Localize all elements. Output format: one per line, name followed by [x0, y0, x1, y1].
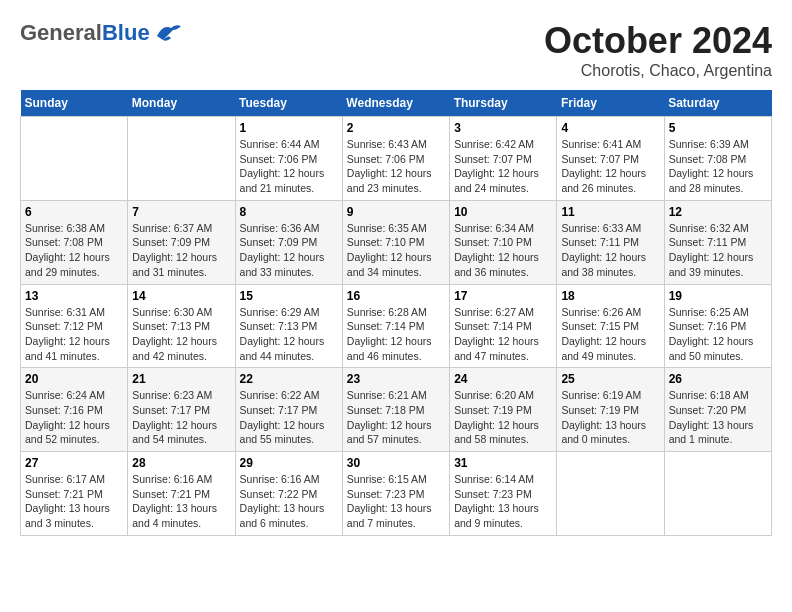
day-details: Sunrise: 6:37 AMSunset: 7:09 PMDaylight:…	[132, 221, 230, 280]
day-number: 16	[347, 289, 445, 303]
day-number: 22	[240, 372, 338, 386]
day-details: Sunrise: 6:38 AMSunset: 7:08 PMDaylight:…	[25, 221, 123, 280]
day-details: Sunrise: 6:30 AMSunset: 7:13 PMDaylight:…	[132, 305, 230, 364]
day-number: 30	[347, 456, 445, 470]
day-details: Sunrise: 6:44 AMSunset: 7:06 PMDaylight:…	[240, 137, 338, 196]
weekday-header: Friday	[557, 90, 664, 117]
day-number: 8	[240, 205, 338, 219]
day-details: Sunrise: 6:16 AMSunset: 7:22 PMDaylight:…	[240, 472, 338, 531]
calendar-cell: 9Sunrise: 6:35 AMSunset: 7:10 PMDaylight…	[342, 200, 449, 284]
calendar-cell	[664, 452, 771, 536]
day-details: Sunrise: 6:31 AMSunset: 7:12 PMDaylight:…	[25, 305, 123, 364]
day-details: Sunrise: 6:27 AMSunset: 7:14 PMDaylight:…	[454, 305, 552, 364]
calendar-cell: 27Sunrise: 6:17 AMSunset: 7:21 PMDayligh…	[21, 452, 128, 536]
calendar-cell: 6Sunrise: 6:38 AMSunset: 7:08 PMDaylight…	[21, 200, 128, 284]
calendar-cell: 24Sunrise: 6:20 AMSunset: 7:19 PMDayligh…	[450, 368, 557, 452]
calendar-cell: 22Sunrise: 6:22 AMSunset: 7:17 PMDayligh…	[235, 368, 342, 452]
calendar-cell: 31Sunrise: 6:14 AMSunset: 7:23 PMDayligh…	[450, 452, 557, 536]
calendar-table: SundayMondayTuesdayWednesdayThursdayFrid…	[20, 90, 772, 536]
calendar-cell: 15Sunrise: 6:29 AMSunset: 7:13 PMDayligh…	[235, 284, 342, 368]
day-number: 26	[669, 372, 767, 386]
page-header: General Blue October 2024 Chorotis, Chac…	[20, 20, 772, 80]
day-number: 23	[347, 372, 445, 386]
calendar-cell: 20Sunrise: 6:24 AMSunset: 7:16 PMDayligh…	[21, 368, 128, 452]
day-details: Sunrise: 6:39 AMSunset: 7:08 PMDaylight:…	[669, 137, 767, 196]
calendar-cell: 3Sunrise: 6:42 AMSunset: 7:07 PMDaylight…	[450, 117, 557, 201]
calendar-cell: 19Sunrise: 6:25 AMSunset: 7:16 PMDayligh…	[664, 284, 771, 368]
calendar-week-row: 13Sunrise: 6:31 AMSunset: 7:12 PMDayligh…	[21, 284, 772, 368]
calendar-week-row: 20Sunrise: 6:24 AMSunset: 7:16 PMDayligh…	[21, 368, 772, 452]
calendar-cell: 18Sunrise: 6:26 AMSunset: 7:15 PMDayligh…	[557, 284, 664, 368]
day-number: 27	[25, 456, 123, 470]
calendar-cell: 5Sunrise: 6:39 AMSunset: 7:08 PMDaylight…	[664, 117, 771, 201]
day-details: Sunrise: 6:23 AMSunset: 7:17 PMDaylight:…	[132, 388, 230, 447]
location-title: Chorotis, Chaco, Argentina	[544, 62, 772, 80]
day-number: 12	[669, 205, 767, 219]
day-details: Sunrise: 6:20 AMSunset: 7:19 PMDaylight:…	[454, 388, 552, 447]
day-number: 6	[25, 205, 123, 219]
day-details: Sunrise: 6:36 AMSunset: 7:09 PMDaylight:…	[240, 221, 338, 280]
title-area: October 2024 Chorotis, Chaco, Argentina	[544, 20, 772, 80]
calendar-cell: 2Sunrise: 6:43 AMSunset: 7:06 PMDaylight…	[342, 117, 449, 201]
calendar-cell: 11Sunrise: 6:33 AMSunset: 7:11 PMDayligh…	[557, 200, 664, 284]
calendar-cell	[128, 117, 235, 201]
weekday-header: Monday	[128, 90, 235, 117]
calendar-cell	[557, 452, 664, 536]
logo-blue: Blue	[102, 20, 150, 46]
month-title: October 2024	[544, 20, 772, 62]
day-number: 4	[561, 121, 659, 135]
day-details: Sunrise: 6:32 AMSunset: 7:11 PMDaylight:…	[669, 221, 767, 280]
calendar-cell	[21, 117, 128, 201]
day-number: 11	[561, 205, 659, 219]
day-number: 19	[669, 289, 767, 303]
day-details: Sunrise: 6:24 AMSunset: 7:16 PMDaylight:…	[25, 388, 123, 447]
calendar-cell: 7Sunrise: 6:37 AMSunset: 7:09 PMDaylight…	[128, 200, 235, 284]
day-details: Sunrise: 6:25 AMSunset: 7:16 PMDaylight:…	[669, 305, 767, 364]
day-details: Sunrise: 6:28 AMSunset: 7:14 PMDaylight:…	[347, 305, 445, 364]
calendar-cell: 14Sunrise: 6:30 AMSunset: 7:13 PMDayligh…	[128, 284, 235, 368]
day-details: Sunrise: 6:26 AMSunset: 7:15 PMDaylight:…	[561, 305, 659, 364]
calendar-cell: 8Sunrise: 6:36 AMSunset: 7:09 PMDaylight…	[235, 200, 342, 284]
weekday-header: Wednesday	[342, 90, 449, 117]
day-number: 2	[347, 121, 445, 135]
day-number: 31	[454, 456, 552, 470]
day-details: Sunrise: 6:19 AMSunset: 7:19 PMDaylight:…	[561, 388, 659, 447]
day-number: 18	[561, 289, 659, 303]
logo: General Blue	[20, 20, 181, 46]
day-number: 5	[669, 121, 767, 135]
day-number: 7	[132, 205, 230, 219]
day-details: Sunrise: 6:22 AMSunset: 7:17 PMDaylight:…	[240, 388, 338, 447]
day-number: 17	[454, 289, 552, 303]
day-details: Sunrise: 6:21 AMSunset: 7:18 PMDaylight:…	[347, 388, 445, 447]
calendar-week-row: 6Sunrise: 6:38 AMSunset: 7:08 PMDaylight…	[21, 200, 772, 284]
day-details: Sunrise: 6:14 AMSunset: 7:23 PMDaylight:…	[454, 472, 552, 531]
weekday-header: Saturday	[664, 90, 771, 117]
day-details: Sunrise: 6:35 AMSunset: 7:10 PMDaylight:…	[347, 221, 445, 280]
calendar-cell: 30Sunrise: 6:15 AMSunset: 7:23 PMDayligh…	[342, 452, 449, 536]
calendar-cell: 17Sunrise: 6:27 AMSunset: 7:14 PMDayligh…	[450, 284, 557, 368]
day-number: 21	[132, 372, 230, 386]
weekday-header: Thursday	[450, 90, 557, 117]
calendar-cell: 10Sunrise: 6:34 AMSunset: 7:10 PMDayligh…	[450, 200, 557, 284]
calendar-cell: 16Sunrise: 6:28 AMSunset: 7:14 PMDayligh…	[342, 284, 449, 368]
calendar-week-row: 27Sunrise: 6:17 AMSunset: 7:21 PMDayligh…	[21, 452, 772, 536]
day-number: 29	[240, 456, 338, 470]
day-details: Sunrise: 6:17 AMSunset: 7:21 PMDaylight:…	[25, 472, 123, 531]
logo-general: General	[20, 20, 102, 46]
day-number: 20	[25, 372, 123, 386]
weekday-header-row: SundayMondayTuesdayWednesdayThursdayFrid…	[21, 90, 772, 117]
calendar-cell: 12Sunrise: 6:32 AMSunset: 7:11 PMDayligh…	[664, 200, 771, 284]
weekday-header: Sunday	[21, 90, 128, 117]
calendar-cell: 26Sunrise: 6:18 AMSunset: 7:20 PMDayligh…	[664, 368, 771, 452]
calendar-cell: 4Sunrise: 6:41 AMSunset: 7:07 PMDaylight…	[557, 117, 664, 201]
day-number: 24	[454, 372, 552, 386]
day-details: Sunrise: 6:42 AMSunset: 7:07 PMDaylight:…	[454, 137, 552, 196]
day-number: 28	[132, 456, 230, 470]
calendar-cell: 1Sunrise: 6:44 AMSunset: 7:06 PMDaylight…	[235, 117, 342, 201]
day-details: Sunrise: 6:16 AMSunset: 7:21 PMDaylight:…	[132, 472, 230, 531]
calendar-cell: 25Sunrise: 6:19 AMSunset: 7:19 PMDayligh…	[557, 368, 664, 452]
day-details: Sunrise: 6:33 AMSunset: 7:11 PMDaylight:…	[561, 221, 659, 280]
day-details: Sunrise: 6:43 AMSunset: 7:06 PMDaylight:…	[347, 137, 445, 196]
calendar-cell: 21Sunrise: 6:23 AMSunset: 7:17 PMDayligh…	[128, 368, 235, 452]
weekday-header: Tuesday	[235, 90, 342, 117]
